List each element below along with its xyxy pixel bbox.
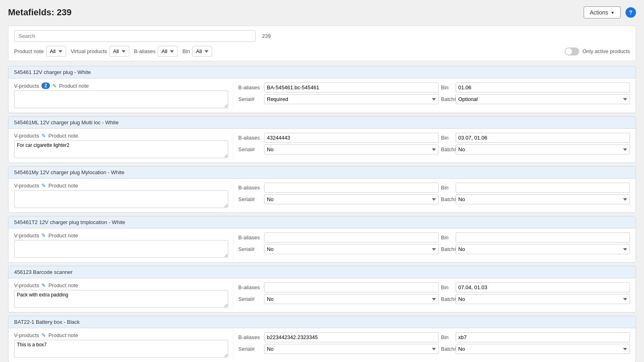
- bin-label: Bin: [441, 234, 453, 241]
- serial-select[interactable]: NoOptionalRequired: [264, 344, 439, 354]
- serial-label: Serial#: [238, 196, 262, 202]
- b-aliases-input[interactable]: [264, 282, 439, 292]
- v-products-label: V-products: [14, 183, 39, 189]
- b-aliases-input[interactable]: [264, 332, 439, 342]
- product-card-header: 545461ML 12V charger plug Multi loc - Wh…: [8, 117, 636, 129]
- batch-label: Batch#: [441, 96, 453, 102]
- bin-label: Bin: [441, 185, 453, 191]
- product-note-select[interactable]: All: [46, 46, 66, 57]
- actions-button[interactable]: Actions ▼: [584, 6, 621, 19]
- bin-filter-label: Bin: [182, 48, 190, 54]
- product-card-body: V-products ✎ Product note B-aliases Bin …: [8, 228, 636, 262]
- b-aliases-input[interactable]: [264, 232, 439, 243]
- v-products-row: V-products ✎ Product note: [14, 183, 228, 189]
- serial-select[interactable]: NoOptionalRequired: [264, 144, 439, 154]
- edit-icon[interactable]: ✎: [41, 282, 46, 288]
- b-aliases-label: B-aliases: [238, 234, 262, 241]
- v-products-row: V-products ✎ Product note: [14, 133, 228, 139]
- edit-icon[interactable]: ✎: [41, 133, 46, 139]
- bin-input[interactable]: [456, 133, 630, 143]
- batch-label: Batch#: [441, 296, 453, 302]
- batch-select[interactable]: NoOptionalRequired: [456, 344, 630, 354]
- serial-select[interactable]: NoOptionalRequired: [264, 94, 439, 104]
- product-note-label: Product note: [48, 282, 78, 288]
- bin-input[interactable]: [456, 282, 630, 292]
- product-note-textarea[interactable]: [14, 90, 228, 108]
- products-container: 545461 12V charger plug - White V-produc…: [8, 66, 636, 362]
- filter-bin: Bin All: [182, 46, 212, 57]
- chevron-down-icon: ▼: [611, 10, 615, 15]
- b-aliases-label: B-aliases: [238, 185, 262, 191]
- bin-input[interactable]: [456, 183, 630, 193]
- filter-b-aliases: B-aliases All: [134, 46, 178, 57]
- edit-icon[interactable]: ✎: [41, 183, 46, 189]
- product-card-body: V-products 2 ✎ Product note B-aliases Bi…: [8, 78, 636, 113]
- serial-select[interactable]: NoOptionalRequired: [264, 294, 439, 304]
- b-aliases-filter-label: B-aliases: [134, 48, 155, 54]
- v-products-label: V-products: [14, 232, 39, 239]
- product-note-textarea[interactable]: For car cigarette lighter2: [14, 140, 228, 158]
- count-badge: 239: [262, 33, 271, 39]
- v-products-label: V-products: [14, 83, 39, 89]
- serial-select[interactable]: NoOptionalRequired: [264, 244, 439, 254]
- edit-icon[interactable]: ✎: [52, 83, 57, 89]
- b-aliases-label: B-aliases: [238, 84, 262, 90]
- b-aliases-label: B-aliases: [238, 334, 262, 340]
- virtual-products-select[interactable]: All: [109, 46, 129, 57]
- help-icon[interactable]: ?: [625, 7, 636, 18]
- product-note-textarea[interactable]: [14, 240, 228, 258]
- active-products-toggle[interactable]: [565, 47, 579, 56]
- batch-select[interactable]: NoOptionalRequired: [456, 244, 630, 254]
- b-aliases-input[interactable]: [264, 183, 439, 193]
- product-card-header: BAT22-1 Battery box - Black: [8, 316, 636, 328]
- header: Metafields: 239 Actions ▼ ?: [8, 6, 636, 19]
- bin-input[interactable]: [456, 232, 630, 243]
- product-note-textarea[interactable]: This is a box7: [14, 340, 228, 358]
- bin-select[interactable]: All: [192, 46, 212, 57]
- b-aliases-label: B-aliases: [238, 135, 262, 141]
- v-products-label: V-products: [14, 282, 39, 288]
- product-note-label: Product note: [48, 133, 78, 139]
- v-products-badge: 2: [41, 82, 50, 89]
- batch-select[interactable]: NoOptionalRequired: [456, 94, 630, 104]
- product-card-header: 545461My 12V charger plug Mylocation - W…: [8, 167, 636, 179]
- serial-label: Serial#: [238, 346, 262, 352]
- product-note-textarea[interactable]: [14, 190, 228, 208]
- product-card-header: 545461 12V charger plug - White: [8, 66, 636, 78]
- batch-select[interactable]: NoOptionalRequired: [456, 144, 630, 154]
- search-input[interactable]: [14, 30, 256, 42]
- batch-label: Batch#: [441, 346, 453, 352]
- bin-label: Bin: [441, 284, 453, 290]
- product-card-header: 545461T2 12V charger plug tmplocation - …: [8, 216, 636, 228]
- bin-input[interactable]: [456, 332, 630, 342]
- batch-select[interactable]: NoOptionalRequired: [456, 294, 630, 304]
- header-right: Actions ▼ ?: [584, 6, 636, 19]
- batch-label: Batch#: [441, 146, 453, 152]
- product-card-body: V-products ✎ Product note For car cigare…: [8, 129, 636, 162]
- product-card: 545461ML 12V charger plug Multi loc - Wh…: [8, 116, 636, 163]
- b-aliases-input[interactable]: [264, 82, 439, 93]
- product-card: 545461My 12V charger plug Mylocation - W…: [8, 166, 636, 213]
- product-card-body: V-products ✎ Product note B-aliases Bin …: [8, 179, 636, 212]
- product-note-textarea[interactable]: Pack with extra padding: [14, 290, 228, 308]
- edit-icon[interactable]: ✎: [41, 332, 46, 338]
- b-aliases-select[interactable]: All: [158, 46, 178, 57]
- batch-select[interactable]: NoOptionalRequired: [456, 194, 630, 204]
- product-card-body: V-products ✎ Product note This is a box7…: [8, 328, 636, 362]
- bin-input[interactable]: [456, 82, 630, 93]
- serial-label: Serial#: [238, 246, 262, 252]
- serial-select[interactable]: NoOptionalRequired: [264, 194, 439, 204]
- batch-label: Batch#: [441, 246, 453, 252]
- actions-label: Actions: [590, 9, 608, 16]
- page-title: Metafields: 239: [8, 7, 72, 18]
- batch-label: Batch#: [441, 196, 453, 202]
- v-products-row: V-products ✎ Product note: [14, 282, 228, 288]
- product-note-label: Product note: [48, 332, 78, 338]
- product-note-filter-label: Product note: [14, 48, 44, 54]
- b-aliases-input[interactable]: [264, 133, 439, 143]
- b-aliases-label: B-aliases: [238, 284, 262, 290]
- edit-icon[interactable]: ✎: [41, 232, 46, 239]
- bin-label: Bin: [441, 84, 453, 90]
- product-card: 456123 Barcode scanner V-products ✎ Prod…: [8, 266, 636, 313]
- filter-product-note: Product note All: [14, 46, 66, 57]
